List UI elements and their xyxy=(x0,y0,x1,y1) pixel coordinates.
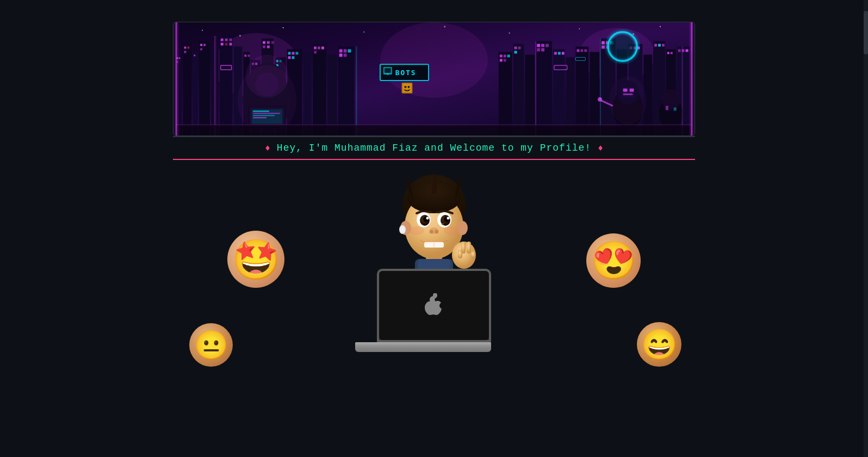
welcome-section: ♦ Hey, I'm Muhammad Fiaz and Welcome to … xyxy=(173,137,695,160)
page-wrapper: BOTS xyxy=(173,22,695,388)
star-eyes-emoji: 🤩 xyxy=(232,240,281,279)
svg-point-205 xyxy=(409,226,424,235)
svg-point-200 xyxy=(447,217,450,220)
scrollbar[interactable] xyxy=(864,0,868,457)
avatar-right-mid: 😍 xyxy=(586,233,641,288)
svg-rect-183 xyxy=(689,22,692,135)
banner: BOTS xyxy=(173,22,695,136)
laptop xyxy=(366,269,502,361)
svg-point-191 xyxy=(400,227,405,232)
scrollbar-thumb[interactable] xyxy=(864,11,868,54)
apple-logo-svg xyxy=(423,293,445,318)
svg-rect-179 xyxy=(176,22,693,135)
main-memoji-face xyxy=(380,165,488,285)
svg-rect-213 xyxy=(471,251,475,258)
neutral-emoji: 😐 xyxy=(194,331,229,359)
svg-point-195 xyxy=(426,217,429,220)
svg-point-202 xyxy=(430,230,433,234)
happy-emoji: 😄 xyxy=(641,330,678,360)
svg-point-203 xyxy=(435,230,439,234)
banner-svg: BOTS xyxy=(173,22,695,135)
avatar-right-bottom: 😄 xyxy=(637,322,681,367)
heart-eyes-emoji: 😍 xyxy=(591,242,637,279)
svg-rect-212 xyxy=(458,250,462,258)
diamond-right-icon: ♦ xyxy=(598,143,603,153)
diamond-left-icon: ♦ xyxy=(265,143,270,153)
avatar-left-bottom: 😐 xyxy=(189,323,233,367)
central-avatar xyxy=(363,165,505,367)
svg-rect-211 xyxy=(467,242,471,254)
avatar-left-mid: 🤩 xyxy=(227,231,284,288)
avatar-section: 🤩 😐 😍 😄 xyxy=(173,160,695,388)
svg-point-189 xyxy=(457,221,468,235)
svg-rect-181 xyxy=(176,22,179,135)
welcome-text: Hey, I'm Muhammad Fiaz and Welcome to my… xyxy=(277,143,591,153)
svg-point-204 xyxy=(442,223,444,225)
main-content: BOTS xyxy=(0,0,868,388)
svg-point-206 xyxy=(444,226,459,235)
